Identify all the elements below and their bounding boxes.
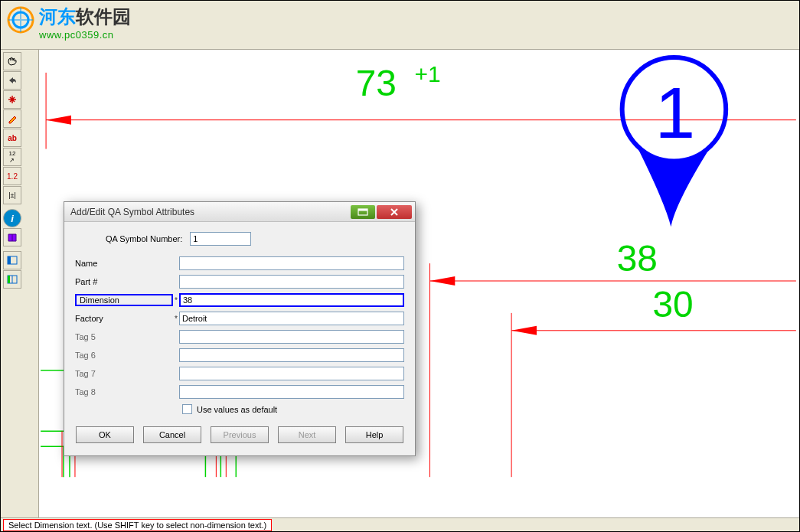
factory-star: * xyxy=(173,315,179,323)
status-bar: Select Dimension text. (Use SHIFT key to… xyxy=(1,517,799,531)
qa-symbol-number-input[interactable] xyxy=(190,232,251,246)
qa-symbol-number-label: QA Symbol Number: xyxy=(106,234,190,243)
cancel-button[interactable]: Cancel xyxy=(143,426,201,443)
dimension-label: Dimension xyxy=(75,294,173,306)
factory-input[interactable] xyxy=(179,312,404,325)
dim-30-text: 30 xyxy=(652,284,693,325)
help-button[interactable]: Help xyxy=(345,426,403,443)
pencil-icon[interactable] xyxy=(3,109,21,128)
help-window-icon xyxy=(358,208,368,216)
dialog-title: Add/Edit QA Symbol Attributes xyxy=(70,207,351,217)
dim-38-text: 38 xyxy=(617,238,658,279)
dimension-star: * xyxy=(173,296,179,305)
panel-left-icon[interactable] xyxy=(3,251,21,269)
book-icon[interactable] xyxy=(3,228,21,246)
watermark-overlay: 河东软件园 www.pc0359.cn xyxy=(7,5,131,41)
name-input[interactable] xyxy=(179,256,404,270)
watermark-text-2: 软件园 xyxy=(76,6,131,27)
free-move-icon[interactable] xyxy=(3,90,21,109)
factory-label: Factory xyxy=(75,314,173,323)
tag8-label: Tag 8 xyxy=(75,387,173,397)
status-message: Select Dimension text. (Use SHIFT key to… xyxy=(3,519,272,531)
info-icon[interactable]: i xyxy=(3,209,21,227)
part-label: Part # xyxy=(75,277,173,286)
panel-split-icon[interactable] xyxy=(3,270,21,289)
tag5-input[interactable] xyxy=(179,330,404,344)
window-help-button[interactable] xyxy=(351,205,375,219)
window-close-button[interactable] xyxy=(377,205,412,219)
dim-73-text: 73 xyxy=(356,63,397,103)
tag8-input[interactable] xyxy=(179,385,404,399)
dim-12-icon[interactable]: 12↗ xyxy=(3,148,21,166)
dialog-body: QA Symbol Number: Name Part # Dimension … xyxy=(64,222,415,455)
watermark-text-1: 河东 xyxy=(39,6,76,27)
svg-marker-8 xyxy=(46,116,71,125)
name-label: Name xyxy=(75,259,173,268)
svg-rect-3 xyxy=(8,256,11,264)
dialog-titlebar[interactable]: Add/Edit QA Symbol Attributes xyxy=(64,202,415,222)
tolerance-icon[interactable]: |±| xyxy=(3,186,21,204)
text-ab-icon[interactable]: ab xyxy=(3,129,21,147)
use-defaults-checkbox[interactable] xyxy=(182,404,192,414)
dim-tol-icon[interactable]: 1.2 xyxy=(3,167,21,185)
balloon-number: 1 xyxy=(655,72,695,153)
tag7-label: Tag 7 xyxy=(75,369,173,378)
previous-button[interactable]: Previous xyxy=(211,426,269,443)
left-toolbar: ab 12↗ 1.2 |±| i xyxy=(1,50,39,517)
tag6-label: Tag 6 xyxy=(75,351,173,360)
qa-balloon-1[interactable]: 1 xyxy=(622,57,727,227)
svg-rect-6 xyxy=(8,276,10,283)
svg-marker-12 xyxy=(429,276,455,286)
dim-73-tol: +1 xyxy=(415,61,441,86)
dimension-input[interactable] xyxy=(179,293,404,307)
part-input[interactable] xyxy=(179,275,404,289)
tag7-input[interactable] xyxy=(179,367,404,380)
undo-tool-icon[interactable] xyxy=(3,71,21,90)
use-defaults-label: Use values as default xyxy=(197,405,277,414)
svg-rect-32 xyxy=(358,209,367,211)
svg-marker-15 xyxy=(511,326,537,335)
ok-button[interactable]: OK xyxy=(76,426,134,443)
close-icon xyxy=(390,207,399,217)
pan-tool-icon[interactable] xyxy=(3,52,21,70)
watermark-logo-icon xyxy=(5,5,36,35)
next-button[interactable]: Next xyxy=(278,426,336,443)
tag6-input[interactable] xyxy=(179,348,404,362)
qa-symbol-dialog: Add/Edit QA Symbol Attributes QA Symbol … xyxy=(64,201,416,456)
tag5-label: Tag 5 xyxy=(75,332,173,341)
